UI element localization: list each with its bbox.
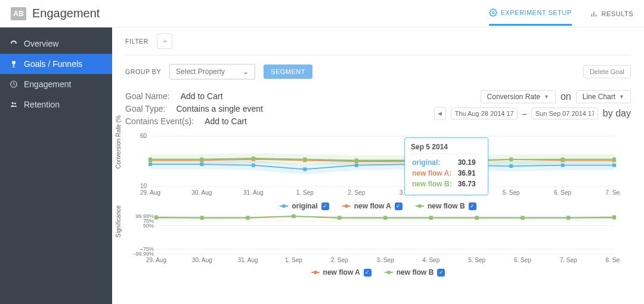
goal-events-label: Contains Event(s): <box>125 116 194 126</box>
line-chart: 601029. Aug30. Aug31. Aug1. Sep2. Sep3. … <box>125 133 620 198</box>
svg-rect-40 <box>612 158 616 161</box>
metric-value: Conversion Rate <box>487 93 540 101</box>
top-bar: AB Engagement EXPERIMENT SETUP RESULTS <box>0 0 644 27</box>
svg-text:2. Sep: 2. Sep <box>348 189 365 196</box>
svg-text:30. Aug: 30. Aug <box>191 189 212 196</box>
date-to-input[interactable] <box>531 108 598 119</box>
tab-results[interactable]: RESULTS <box>590 2 633 25</box>
legend-label: new flow B <box>397 268 434 277</box>
tooltip-value: 36.91 <box>458 168 481 178</box>
svg-rect-12 <box>200 162 203 166</box>
svg-rect-33 <box>252 156 255 160</box>
legend-item[interactable]: new flow B✓ <box>385 268 445 277</box>
svg-rect-15 <box>355 164 358 167</box>
date-from-input[interactable] <box>451 108 518 119</box>
y-axis-label: Significance <box>115 205 122 238</box>
legend-item[interactable]: original✓ <box>280 202 329 210</box>
conversion-chart: Conversion Rate (% 601029. Aug30. Aug31.… <box>125 133 631 198</box>
svg-text:10: 10 <box>140 183 147 189</box>
sidebar-item-label: Overview <box>24 39 58 48</box>
svg-text:5. Sep: 5. Sep <box>468 257 485 263</box>
caret-down-icon: ▼ <box>619 94 624 100</box>
checkbox-icon[interactable]: ✓ <box>395 202 402 210</box>
date-dash: – <box>522 109 527 118</box>
tooltip-label: new flow A: <box>412 168 457 178</box>
byday-label: by day <box>603 108 631 119</box>
svg-rect-72 <box>154 216 158 220</box>
caret-down-icon: ▼ <box>544 94 549 100</box>
svg-point-5 <box>12 102 14 105</box>
groupby-select[interactable]: Select Property ⌄ <box>169 64 255 79</box>
users-icon <box>10 100 18 109</box>
tab-experiment-setup[interactable]: EXPERIMENT SETUP <box>489 1 572 26</box>
svg-text:31. Aug: 31. Aug <box>238 257 258 263</box>
svg-rect-80 <box>521 216 524 220</box>
svg-rect-31 <box>148 158 152 161</box>
legend-item[interactable]: new flow A✓ <box>342 202 402 210</box>
svg-rect-75 <box>292 214 295 218</box>
svg-text:30. Aug: 30. Aug <box>192 257 212 263</box>
groupby-placeholder: Select Property <box>176 67 225 76</box>
svg-text:50%: 50% <box>143 223 154 229</box>
caret-left-icon: ◀ <box>438 110 442 116</box>
svg-rect-77 <box>383 216 387 220</box>
swatch-icon <box>416 204 424 208</box>
svg-text:29. Aug: 29. Aug <box>140 189 160 196</box>
svg-rect-39 <box>561 158 565 161</box>
checkbox-icon[interactable]: ✓ <box>321 202 329 210</box>
svg-rect-82 <box>612 216 616 220</box>
main-panel: FILTER ＋ GROUP BY Select Property ⌄ SEGM… <box>112 27 644 304</box>
sidebar-item-goals-funnels[interactable]: Goals / Funnels <box>0 54 112 74</box>
page-title: Engagement <box>32 7 100 20</box>
legend-top: original✓ new flow A✓ new flow B✓ <box>125 202 631 210</box>
plus-icon: ＋ <box>161 36 169 47</box>
sidebar-item-retention[interactable]: Retention <box>0 94 112 115</box>
legend-item[interactable]: new flow A✓ <box>311 268 371 277</box>
tooltip-value: 36.73 <box>458 179 481 189</box>
sidebar-item-engagement[interactable]: Engagement <box>0 74 112 94</box>
metric-select[interactable]: Conversion Rate▼ <box>481 90 556 103</box>
sidebar: Overview Goals / Funnels Engagement Rete… <box>0 27 112 304</box>
legend-bottom: new flow A✓ new flow B✓ <box>125 268 631 277</box>
tooltip-value: 30.19 <box>458 158 481 167</box>
svg-rect-14 <box>303 167 306 171</box>
tab-label: EXPERIMENT SETUP <box>501 9 572 16</box>
legend-label: new flow B <box>428 202 465 210</box>
svg-text:7. Sep: 7. Sep <box>560 257 577 263</box>
svg-text:29. Aug: 29. Aug <box>146 257 166 263</box>
goal-type-value: Contains a single event <box>176 104 263 113</box>
svg-text:60: 60 <box>140 133 147 139</box>
gear-icon <box>489 8 497 17</box>
checkbox-icon[interactable]: ✓ <box>469 202 476 210</box>
svg-text:1. Sep: 1. Sep <box>296 189 314 196</box>
swatch-icon <box>280 204 288 208</box>
svg-rect-19 <box>561 164 565 167</box>
svg-rect-79 <box>475 216 479 220</box>
swatch-icon <box>342 204 351 208</box>
significance-chart: Significance 99.99%75%50%–75%–99.99%29. … <box>125 214 631 265</box>
charttype-value: Line Chart <box>583 93 615 101</box>
sidebar-item-label: Retention <box>24 100 60 109</box>
charttype-select[interactable]: Line Chart▼ <box>576 90 631 103</box>
segment-button[interactable]: SEGMENT <box>264 65 312 79</box>
swatch-icon <box>385 270 393 275</box>
svg-text:6. Sep: 6. Sep <box>554 189 571 196</box>
svg-rect-11 <box>148 162 152 166</box>
goal-meta: Goal Name:Add to Cart Goal Type:Contains… <box>125 90 263 128</box>
date-prev-button[interactable]: ◀ <box>434 107 446 120</box>
add-filter-button[interactable]: ＋ <box>157 33 172 49</box>
bar-chart-icon <box>590 10 598 18</box>
delete-goal-button[interactable]: Delete Goal <box>583 65 631 78</box>
legend-label: new flow A <box>354 202 391 210</box>
y-axis-label: Conversion Rate (% <box>115 115 122 168</box>
svg-text:5. Sep: 5. Sep <box>503 189 520 196</box>
sidebar-item-label: Engagement <box>24 79 71 89</box>
filter-label: FILTER <box>125 38 148 45</box>
svg-text:2. Sep: 2. Sep <box>331 257 348 263</box>
svg-rect-13 <box>252 164 255 167</box>
legend-item[interactable]: new flow B✓ <box>416 202 476 210</box>
checkbox-icon[interactable]: ✓ <box>364 269 371 277</box>
checkbox-icon[interactable]: ✓ <box>437 269 445 277</box>
goal-type-label: Goal Type: <box>125 104 165 113</box>
sidebar-item-overview[interactable]: Overview <box>0 33 112 54</box>
